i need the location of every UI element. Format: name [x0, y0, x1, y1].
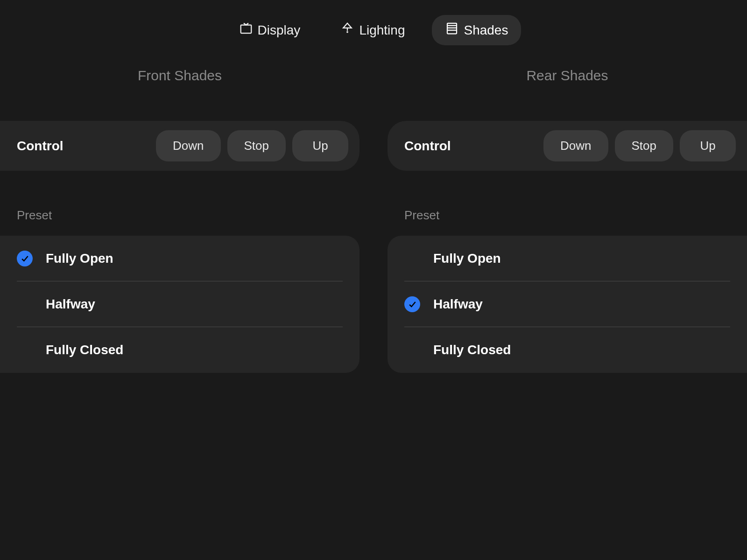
tab-lighting-label: Lighting	[359, 23, 405, 38]
preset-label-front: Preset	[0, 208, 359, 223]
preset-rear-fully-open[interactable]: Fully Open	[388, 236, 747, 281]
control-label-front: Control	[17, 139, 63, 154]
preset-label-rear: Preset	[388, 208, 747, 223]
lamp-icon	[340, 21, 354, 39]
svg-point-2	[347, 31, 349, 33]
check-icon	[17, 251, 33, 266]
section-title-rear: Rear Shades	[388, 68, 747, 84]
preset-list-front: Fully Open Halfway Fully Closed	[0, 236, 359, 373]
rear-down-button[interactable]: Down	[543, 130, 608, 161]
preset-front-fully-closed[interactable]: Fully Closed	[0, 327, 359, 373]
preset-rear-halfway[interactable]: Halfway	[388, 281, 747, 327]
tab-display-label: Display	[258, 23, 301, 38]
preset-label: Fully Open	[433, 251, 501, 266]
preset-label: Fully Open	[46, 251, 113, 266]
tab-shades[interactable]: Shades	[432, 15, 521, 45]
tab-shades-label: Shades	[464, 23, 508, 38]
rear-up-button[interactable]: Up	[680, 130, 736, 161]
tab-display[interactable]: Display	[226, 15, 314, 45]
check-icon	[404, 296, 420, 312]
tab-bar: Display Lighting Shades	[0, 0, 747, 68]
front-down-button[interactable]: Down	[156, 130, 220, 161]
section-title-front: Front Shades	[0, 68, 359, 84]
preset-label: Halfway	[433, 297, 483, 312]
svg-rect-3	[447, 23, 457, 34]
control-buttons-front: Down Stop Up	[156, 130, 348, 161]
control-row-rear: Control Down Stop Up	[388, 121, 747, 171]
shades-icon	[445, 21, 459, 39]
preset-label: Fully Closed	[46, 343, 123, 357]
tv-icon	[239, 21, 253, 39]
preset-front-fully-open[interactable]: Fully Open	[0, 236, 359, 281]
svg-rect-0	[240, 25, 251, 34]
control-row-front: Control Down Stop Up	[0, 121, 359, 171]
control-buttons-rear: Down Stop Up	[543, 130, 736, 161]
column-rear-shades: Rear Shades Control Down Stop Up Preset …	[388, 68, 747, 373]
preset-label: Halfway	[46, 297, 95, 312]
preset-list-rear: Fully Open Halfway Fully Closed	[388, 236, 747, 373]
front-stop-button[interactable]: Stop	[227, 130, 286, 161]
content-area: Front Shades Control Down Stop Up Preset…	[0, 68, 747, 373]
preset-rear-fully-closed[interactable]: Fully Closed	[388, 327, 747, 373]
front-up-button[interactable]: Up	[292, 130, 348, 161]
preset-front-halfway[interactable]: Halfway	[0, 281, 359, 327]
column-front-shades: Front Shades Control Down Stop Up Preset…	[0, 68, 359, 373]
control-label-rear: Control	[404, 139, 451, 154]
rear-stop-button[interactable]: Stop	[615, 130, 674, 161]
tab-lighting[interactable]: Lighting	[327, 15, 418, 45]
preset-label: Fully Closed	[433, 343, 511, 357]
